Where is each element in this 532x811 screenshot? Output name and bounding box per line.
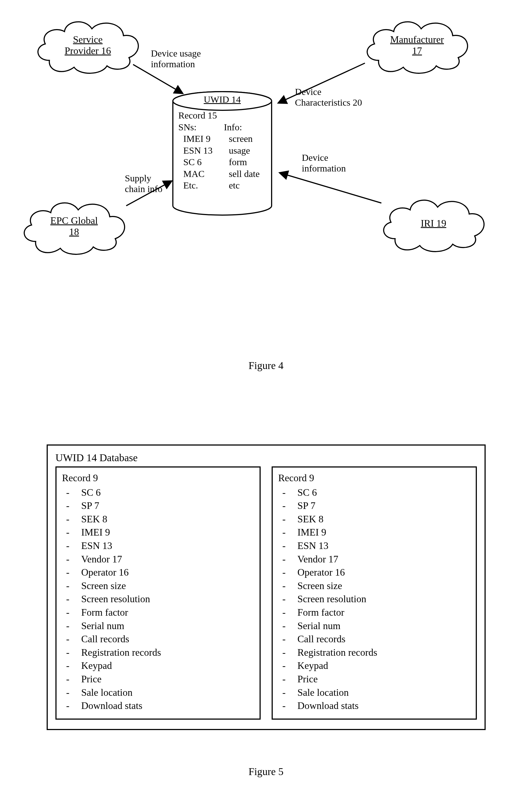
info-items: screen usage form sell date etc [224, 133, 266, 192]
sn-item: IMEI 9 [183, 133, 221, 145]
record-field: SC 6 [81, 486, 254, 499]
figure-5-diagram: UWID 14 Database Record 9 SC 6SP 7SEK 8I… [47, 444, 486, 730]
sn-item: ESN 13 [183, 145, 221, 157]
record-box-1: Record 9 SC 6SP 7SEK 8IMEI 9ESN 13Vendor… [56, 466, 261, 720]
record-field: IMEI 9 [298, 526, 470, 539]
record-field: ESN 13 [298, 539, 470, 553]
record-field: Download stats [298, 699, 470, 713]
record-field: Vendor 17 [81, 553, 254, 566]
record-field: Registration records [298, 646, 470, 659]
record-field: Screen size [298, 579, 470, 593]
record-field: Sale location [81, 686, 254, 699]
record-field: IMEI 9 [81, 526, 254, 539]
info-item: screen [229, 133, 266, 145]
record-field: Call records [81, 632, 254, 646]
record-field: Sale location [298, 686, 470, 699]
sns-column: SNs: IMEI 9 ESN 13 SC 6 MAC Etc. [178, 122, 221, 192]
record-field: ESN 13 [81, 539, 254, 553]
sns-items: IMEI 9 ESN 13 SC 6 MAC Etc. [178, 133, 221, 192]
record-field-list: SC 6SP 7SEK 8IMEI 9ESN 13Vendor 17Operat… [62, 486, 254, 713]
record-field: Form factor [298, 606, 470, 619]
svg-line-3 [280, 173, 381, 203]
record-field: Price [298, 672, 470, 686]
info-header: Info: [224, 122, 266, 133]
arrow-label-sp: Device usageinformation [151, 48, 201, 70]
sns-header: SNs: [178, 122, 221, 133]
record-field: Vendor 17 [298, 553, 470, 566]
record-title: Record 9 [62, 471, 254, 485]
record-field: Screen resolution [81, 592, 254, 606]
db-title: UWID 14 Database [56, 452, 477, 464]
records-row: Record 9 SC 6SP 7SEK 8IMEI 9ESN 13Vendor… [56, 466, 477, 720]
page: ServiceProvider 16 Manufacturer17 EPC Gl… [0, 0, 532, 811]
info-item: form [229, 156, 266, 168]
cylinder-title: UWID 14 [203, 94, 241, 105]
sn-item: SC 6 [183, 156, 221, 168]
record-field: Operator 16 [81, 566, 254, 579]
db-cylinder: UWID 14 Record 15 SNs: IMEI 9 ESN 13 SC … [170, 91, 274, 217]
record-box-2: Record 9 SC 6SP 7SEK 8IMEI 9ESN 13Vendor… [272, 466, 477, 720]
arrow-label-mfr: DeviceCharacteristics 20 [295, 87, 362, 108]
info-column: Info: screen usage form sell date etc [224, 122, 266, 192]
record-field-list: SC 6SP 7SEK 8IMEI 9ESN 13Vendor 17Operat… [278, 486, 470, 713]
sn-item: MAC [183, 168, 221, 180]
record-field: Call records [298, 632, 470, 646]
record-field: Screen size [81, 579, 254, 593]
arrow-label-epc: Supplychain info [125, 173, 163, 194]
record-field: SP 7 [81, 499, 254, 512]
record-field: SEK 8 [298, 512, 470, 526]
sn-item: Etc. [183, 180, 221, 192]
record-field: SC 6 [298, 486, 470, 499]
record-field: Registration records [81, 646, 254, 659]
record-field: Download stats [81, 699, 254, 713]
info-item: usage [229, 145, 266, 157]
info-item: etc [229, 180, 266, 192]
info-item: sell date [229, 168, 266, 180]
cylinder-body: Record 15 SNs: IMEI 9 ESN 13 SC 6 MAC Et… [178, 110, 266, 192]
arrow-label-iri: Deviceinformation [302, 152, 346, 174]
record-label: Record 15 [178, 110, 266, 122]
record-field: SP 7 [298, 499, 470, 512]
record-field: Price [81, 672, 254, 686]
record-field: Keypad [298, 659, 470, 672]
record-field: SEK 8 [81, 512, 254, 526]
record-field: Screen resolution [298, 592, 470, 606]
record-field: Serial num [298, 619, 470, 633]
record-field: Operator 16 [298, 566, 470, 579]
record-field: Serial num [81, 619, 254, 633]
figure-4-caption: Figure 4 [0, 359, 532, 371]
db-outer-box: UWID 14 Database Record 9 SC 6SP 7SEK 8I… [47, 444, 486, 730]
figure-4-diagram: ServiceProvider 16 Manufacturer17 EPC Gl… [0, 11, 532, 368]
figure-5-caption: Figure 5 [0, 765, 532, 778]
record-title: Record 9 [278, 471, 470, 485]
record-field: Keypad [81, 659, 254, 672]
record-field: Form factor [81, 606, 254, 619]
